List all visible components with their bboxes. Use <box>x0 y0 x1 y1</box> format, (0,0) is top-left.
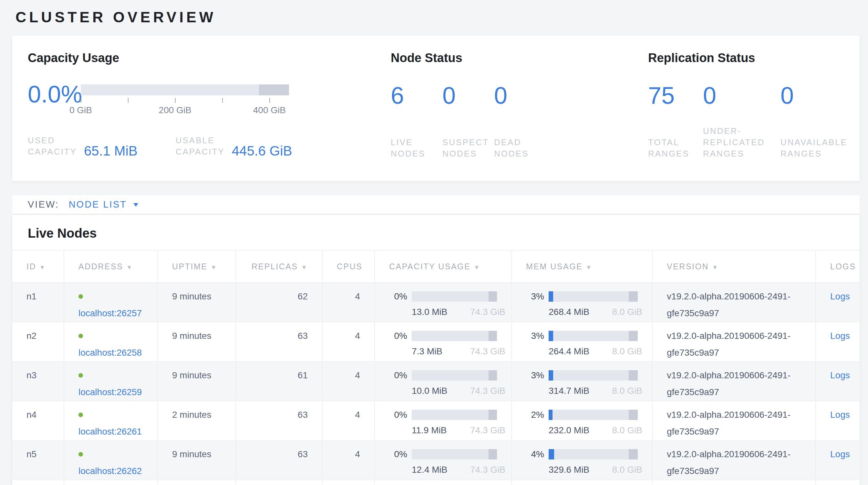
table-header-row: ID▼ ADDRESS▼ UPTIME▼ REPLICAS▼ CPUS CAPA… <box>12 250 860 283</box>
replication-status-title: Replication Status <box>648 51 860 65</box>
view-bar: VIEW: NODE LIST ▼ <box>12 195 860 214</box>
node-address-cell: localhost:26259 <box>64 362 158 401</box>
view-label: VIEW: <box>28 199 59 210</box>
node-version: v19.2.0-alpha.20190606-2491-gfe735c9a97 <box>652 440 816 480</box>
logs-cell: Logs <box>816 440 860 480</box>
usable-capacity-value: 445.6 GiB <box>232 145 292 158</box>
sort-desc-icon: ▼ <box>712 264 718 270</box>
capacity-meter <box>412 291 497 302</box>
node-cpus: 4 <box>322 401 375 440</box>
node-id: n5 <box>12 440 64 480</box>
table-row: n5 localhost:26262 9 minutes 63 4 0% 12.… <box>12 440 860 480</box>
memory-meter <box>549 331 638 341</box>
view-selected-value[interactable]: NODE LIST <box>69 199 127 210</box>
unavailable-ranges-stat: 0 UNAVAILABLE RANGES <box>780 84 860 160</box>
under-replicated-label: UNDER-REPLICATED RANGES <box>703 125 780 160</box>
logs-link[interactable]: Logs <box>830 449 850 459</box>
capacity-axis-ticks <box>81 98 289 105</box>
mem-usage-cell: 3% 264.4 MiB8.0 GiB <box>512 322 652 362</box>
column-header-id[interactable]: ID▼ <box>12 250 64 283</box>
mem-usage-cell: 2% 232.0 MiB8.0 GiB <box>512 401 652 440</box>
used-capacity-value: 65.1 MiB <box>84 145 137 158</box>
node-version: v19.2.0-alpha.20190606-2491-gfe735c9a97 <box>652 401 816 440</box>
logs-link[interactable]: Logs <box>830 291 850 301</box>
node-address-cell: localhost:26257 <box>64 283 158 322</box>
total-ranges-stat: 75 TOTAL RANGES <box>648 84 703 160</box>
capacity-usage-cell: 0% 7.3 MiB74.3 GiB <box>375 322 512 362</box>
dead-nodes-label: DEAD NODES <box>494 137 546 160</box>
node-version: v19.2.0-alpha.20190606-2491-gfe735c9a97 <box>652 322 816 362</box>
under-replicated-ranges-stat: 0 UNDER-REPLICATED RANGES <box>703 84 780 160</box>
node-uptime: 9 minutes <box>158 440 236 480</box>
table-row: n3 localhost:26259 9 minutes 61 4 0% 10.… <box>12 362 860 401</box>
view-dropdown[interactable]: NODE LIST ▼ <box>69 199 139 210</box>
total-ranges-label: TOTAL RANGES <box>648 137 703 160</box>
node-address-cell: localhost:26258 <box>64 322 158 362</box>
sort-desc-icon: ▼ <box>474 264 480 270</box>
logs-link[interactable]: Logs <box>830 370 850 380</box>
node-replicas: 62 <box>236 283 322 322</box>
sort-desc-icon: ▼ <box>586 264 592 270</box>
live-status-dot <box>79 412 83 417</box>
capacity-meter <box>412 449 497 459</box>
column-header-mem-usage[interactable]: MEM USAGE▼ <box>512 250 652 283</box>
live-nodes-label: LIVE NODES <box>391 137 442 160</box>
node-replicas: 61 <box>236 362 322 401</box>
column-header-replicas[interactable]: REPLICAS▼ <box>236 250 322 283</box>
mem-usage-cell: 3% 314.7 MiB8.0 GiB <box>512 362 652 401</box>
logs-link[interactable]: Logs <box>830 331 850 341</box>
sort-desc-icon: ▼ <box>301 264 308 270</box>
suspect-nodes-label: SUSPECT NODES <box>442 137 494 160</box>
node-id: n1 <box>12 283 64 322</box>
node-version: v19.2.0-alpha.20190606-2491-gfe735c9a97 <box>652 362 816 401</box>
node-address-link[interactable]: localhost:26258 <box>79 348 142 358</box>
node-status-section: Node Status 6 LIVE NODES 0 SUSPECT NODES… <box>391 51 648 166</box>
table-row: n4 localhost:26261 2 minutes 63 4 0% 11.… <box>12 401 860 440</box>
usable-capacity-label: USABLE CAPACITY <box>176 135 225 158</box>
total-ranges-count: 75 <box>648 84 703 108</box>
memory-meter <box>549 291 638 302</box>
axis-label-400gib: 400 GiB <box>253 105 286 115</box>
unavailable-ranges-label: UNAVAILABLE RANGES <box>780 137 860 160</box>
column-header-version[interactable]: VERSION▼ <box>652 250 816 283</box>
capacity-meter <box>412 370 497 380</box>
mem-usage-cell: 3% 268.4 MiB8.0 GiB <box>512 283 652 322</box>
column-header-logs: LOGS <box>816 250 860 283</box>
sort-desc-icon: ▼ <box>126 264 133 270</box>
column-header-cpus[interactable]: CPUS <box>322 250 375 283</box>
capacity-bar-track <box>81 84 289 95</box>
used-capacity-label: USED CAPACITY <box>28 135 77 158</box>
node-cpus: 4 <box>322 440 375 480</box>
node-uptime: 9 minutes <box>158 283 236 322</box>
capacity-usage-bar: 0 GiB 200 GiB 400 GiB <box>81 84 289 116</box>
live-nodes-stat: 6 LIVE NODES <box>391 84 442 160</box>
node-address-link[interactable]: localhost:26259 <box>79 387 142 397</box>
node-status-title: Node Status <box>391 51 648 65</box>
sort-desc-icon: ▼ <box>39 264 46 270</box>
live-nodes-count: 6 <box>391 84 442 108</box>
node-address-link[interactable]: localhost:26257 <box>79 308 142 318</box>
live-status-dot <box>79 294 83 299</box>
column-header-capacity-usage[interactable]: CAPACITY USAGE▼ <box>375 250 512 283</box>
node-id: n4 <box>12 401 64 440</box>
live-nodes-card: Live Nodes ID▼ ADDRESS▼ UPTIME▼ REPLICAS… <box>12 215 860 485</box>
column-header-address[interactable]: ADDRESS▼ <box>64 250 158 283</box>
node-replicas: 63 <box>236 401 322 440</box>
capacity-usage-cell: 0% 10.0 MiB74.3 GiB <box>375 362 512 401</box>
node-address-link[interactable]: localhost:26262 <box>79 466 142 476</box>
column-header-uptime[interactable]: UPTIME▼ <box>158 250 236 283</box>
node-address-link[interactable]: localhost:26261 <box>79 426 142 436</box>
table-row-partial <box>12 480 860 485</box>
table-row: n1 localhost:26257 9 minutes 62 4 0% 13.… <box>12 283 860 322</box>
page-title: CLUSTER OVERVIEW <box>0 0 868 26</box>
capacity-usage-cell: 0% 11.9 MiB74.3 GiB <box>375 401 512 440</box>
live-nodes-table: ID▼ ADDRESS▼ UPTIME▼ REPLICAS▼ CPUS CAPA… <box>12 250 860 485</box>
memory-meter <box>549 410 638 420</box>
memory-meter <box>549 449 638 459</box>
capacity-meter <box>412 410 497 420</box>
chevron-down-icon[interactable]: ▼ <box>132 201 140 208</box>
node-address-cell: localhost:26261 <box>64 401 158 440</box>
cluster-summary-card: Capacity Usage 0.0% 0 GiB 200 GiB 400 Gi… <box>12 35 860 181</box>
capacity-bar-end-segment <box>259 84 289 95</box>
logs-link[interactable]: Logs <box>830 410 850 420</box>
